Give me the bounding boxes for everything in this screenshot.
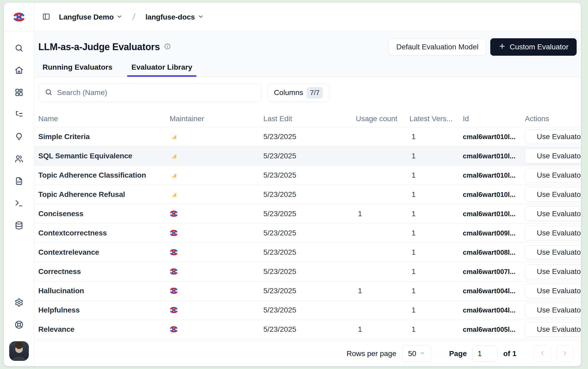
use-evaluator-button[interactable]: Use Evaluator bbox=[525, 129, 581, 144]
custom-evaluator-button[interactable]: Custom Evaluator bbox=[490, 38, 577, 56]
evaluator-id: cmal6wart009l... bbox=[463, 229, 525, 237]
sidebar-item-search[interactable] bbox=[13, 42, 25, 54]
sidebar-item-datasets[interactable] bbox=[13, 176, 25, 187]
user-avatar[interactable] bbox=[9, 341, 29, 361]
maintainer-cell bbox=[170, 268, 263, 275]
column-header-last-edit[interactable]: Last Edit bbox=[263, 115, 356, 123]
column-header-name[interactable]: Name bbox=[38, 115, 170, 123]
toggle-sidebar-button[interactable] bbox=[40, 11, 52, 23]
settings-button[interactable] bbox=[13, 297, 25, 309]
sidebar bbox=[4, 3, 34, 366]
table-row[interactable]: Contextcorrectness 5/23/2025 1 cmal6wart… bbox=[34, 224, 581, 243]
last-edit-date: 5/23/2025 bbox=[263, 190, 356, 199]
table-row[interactable]: Relevance 5/23/2025 1 1 cmal6wart005l...… bbox=[34, 320, 581, 339]
table-row[interactable]: Correctness 5/23/2025 1 cmal6wart007l...… bbox=[34, 262, 581, 281]
column-header-actions[interactable]: Actions bbox=[525, 115, 577, 123]
table-row[interactable]: Contextrelevance 5/23/2025 1 cmal6wart00… bbox=[34, 243, 581, 262]
evaluator-name: Relevance bbox=[38, 325, 170, 334]
use-evaluator-button[interactable]: Use Evaluator bbox=[525, 322, 581, 337]
sidebar-item-prompts[interactable] bbox=[13, 131, 25, 143]
support-button[interactable] bbox=[13, 319, 25, 331]
table-row[interactable]: SQL Semantic Equivalence 5/23/2025 1 cma… bbox=[34, 146, 581, 166]
next-page-button[interactable] bbox=[557, 346, 573, 362]
page-header: LLM-as-a-Judge Evaluators Default Evalua… bbox=[34, 31, 581, 77]
evaluator-name: Contextcorrectness bbox=[38, 229, 170, 237]
search-input[interactable] bbox=[57, 88, 255, 97]
active-tab-underline bbox=[127, 75, 196, 77]
org-switcher[interactable]: Langfuse Demo bbox=[57, 11, 125, 23]
table-row[interactable]: Conciseness 5/23/2025 1 1 cmal6wart010l.… bbox=[34, 204, 581, 224]
page-number-input[interactable] bbox=[473, 346, 497, 362]
sidebar-item-users[interactable] bbox=[13, 153, 25, 165]
evaluator-name: SQL Semantic Equivalence bbox=[38, 152, 170, 160]
sidebar-item-dashboards[interactable] bbox=[13, 87, 25, 98]
use-evaluator-button[interactable]: Use Evaluator bbox=[525, 226, 581, 240]
tab-evaluator-library[interactable]: Evaluator Library bbox=[127, 63, 196, 77]
maintainer-cell bbox=[170, 134, 263, 140]
use-evaluator-button[interactable]: Use Evaluator bbox=[525, 245, 581, 260]
table-row[interactable]: Hallucination 5/23/2025 1 1 cmal6wart004… bbox=[34, 281, 581, 301]
ragas-icon bbox=[170, 134, 263, 140]
gear-icon bbox=[15, 298, 24, 308]
last-edit-date: 5/23/2025 bbox=[263, 267, 356, 276]
last-edit-date: 5/23/2025 bbox=[263, 325, 356, 334]
page-label: Page bbox=[449, 349, 467, 358]
use-evaluator-button[interactable]: Use Evaluator bbox=[525, 206, 581, 221]
chevron-down-icon bbox=[198, 13, 204, 21]
table-row[interactable]: Topic Adherence Classification 5/23/2025… bbox=[34, 166, 581, 185]
latest-version: 1 bbox=[409, 171, 463, 179]
evaluator-id: cmal6wart007l... bbox=[463, 268, 525, 276]
langfuse-icon bbox=[170, 326, 263, 333]
column-header-maintainer[interactable]: Maintainer bbox=[170, 115, 263, 123]
columns-button[interactable]: Columns 7/7 bbox=[267, 83, 329, 102]
content-area: Columns 7/7 Name Maintainer Last Edit Us… bbox=[34, 77, 581, 366]
default-evaluation-model-button[interactable]: Default Evaluation Model bbox=[389, 39, 486, 55]
chevron-right-icon bbox=[562, 350, 568, 357]
column-header-usage-count[interactable]: Usage count bbox=[356, 115, 409, 123]
sidebar-nav bbox=[13, 31, 25, 231]
langfuse-icon bbox=[170, 307, 263, 313]
evaluator-name: Helpfulness bbox=[38, 306, 170, 314]
sidebar-item-tracing[interactable] bbox=[13, 109, 25, 121]
sidebar-item-models[interactable] bbox=[13, 220, 25, 231]
use-evaluator-button[interactable]: Use Evaluator bbox=[525, 187, 581, 202]
tab-running-evaluators[interactable]: Running Evaluators bbox=[38, 63, 116, 77]
column-header-latest-version[interactable]: Latest Vers... bbox=[409, 115, 463, 123]
rows-per-page-select[interactable]: 50 bbox=[402, 346, 431, 362]
table-header-row: Name Maintainer Last Edit Usage count La… bbox=[34, 110, 581, 127]
top-bar: Langfuse Demo langfuse-docs bbox=[34, 3, 581, 31]
project-name: langfuse-docs bbox=[145, 13, 195, 21]
app-window: Langfuse Demo langfuse-docs LLM-as-a-Jud… bbox=[4, 3, 581, 366]
use-evaluator-button[interactable]: Use Evaluator bbox=[525, 283, 581, 298]
table-row[interactable]: Simple Criteria 5/23/2025 1 cmal6wart010… bbox=[34, 127, 581, 146]
project-switcher[interactable]: langfuse-docs bbox=[143, 11, 206, 23]
evaluator-name: Correctness bbox=[38, 267, 170, 276]
chevron-down-icon bbox=[419, 349, 425, 358]
latest-version: 1 bbox=[409, 210, 463, 218]
evaluator-id: cmal6wart008l... bbox=[463, 248, 525, 257]
evaluator-name: Simple Criteria bbox=[38, 133, 170, 141]
sidebar-item-home[interactable] bbox=[13, 65, 25, 76]
plus-icon bbox=[498, 42, 506, 52]
use-evaluator-button[interactable]: Use Evaluator bbox=[525, 303, 581, 318]
langfuse-logo[interactable] bbox=[4, 3, 34, 31]
use-evaluator-button[interactable]: Use Evaluator bbox=[525, 168, 581, 183]
use-evaluator-button[interactable]: Use Evaluator bbox=[525, 264, 581, 279]
latest-version: 1 bbox=[409, 325, 463, 334]
sidebar-item-playground[interactable] bbox=[13, 198, 25, 209]
info-icon[interactable] bbox=[164, 43, 171, 51]
table-row[interactable]: Helpfulness 5/23/2025 1 cmal6wart004l...… bbox=[34, 301, 581, 320]
table-toolbar: Columns 7/7 bbox=[38, 83, 577, 102]
table-row[interactable]: Topic Adherence Refusal 5/23/2025 1 cmal… bbox=[34, 185, 581, 204]
chevron-down-icon bbox=[116, 13, 123, 21]
file-code-icon bbox=[15, 177, 24, 186]
use-evaluator-button[interactable]: Use Evaluator bbox=[525, 149, 581, 163]
search-icon bbox=[15, 44, 24, 53]
latest-version: 1 bbox=[409, 306, 463, 314]
columns-count-badge: 7/7 bbox=[307, 87, 323, 98]
previous-page-button[interactable] bbox=[534, 346, 551, 362]
column-header-id[interactable]: Id bbox=[463, 115, 525, 123]
latest-version: 1 bbox=[409, 287, 463, 295]
maintainer-cell bbox=[170, 288, 263, 294]
maintainer-cell bbox=[170, 211, 263, 217]
